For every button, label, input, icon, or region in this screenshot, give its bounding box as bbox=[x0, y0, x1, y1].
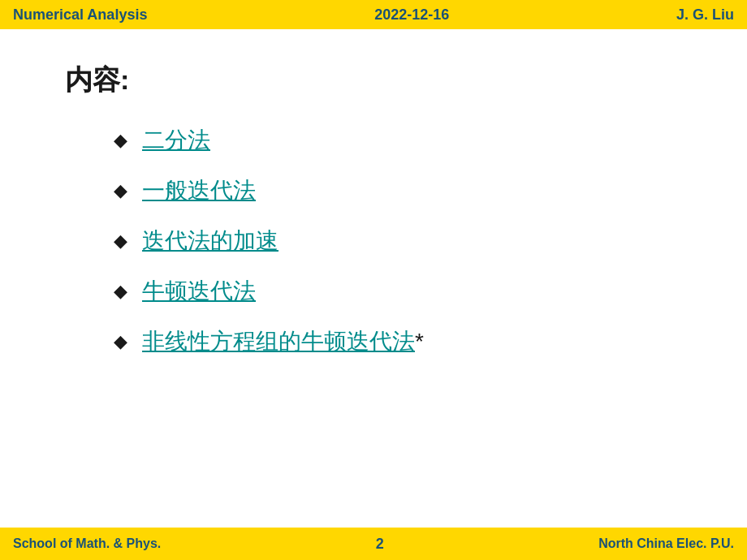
list-item: ◆ 迭代法的加速 bbox=[114, 226, 682, 256]
item-link-nonlinear-newton[interactable]: 非线性方程组的牛顿迭代法 bbox=[142, 326, 415, 357]
section-title: 内容: bbox=[65, 62, 682, 99]
footer-right: North China Elec. P.U. bbox=[598, 536, 734, 551]
list-item: ◆ 非线性方程组的牛顿迭代法* bbox=[114, 326, 682, 357]
bullet-icon: ◆ bbox=[114, 331, 127, 352]
item-link-acceleration[interactable]: 迭代法的加速 bbox=[142, 226, 279, 256]
main-content: 内容: ◆ 二分法 ◆ 一般迭代法 ◆ 迭代法的加速 ◆ 牛顿迭代法 ◆ 非线性… bbox=[0, 29, 747, 528]
list-item: ◆ 牛顿迭代法 bbox=[114, 276, 682, 307]
item-link-newton[interactable]: 牛顿迭代法 bbox=[142, 276, 256, 307]
bullet-icon: ◆ bbox=[114, 281, 127, 302]
bullet-icon: ◆ bbox=[114, 230, 127, 252]
header-author: J. G. Liu bbox=[676, 6, 734, 24]
footer-left: School of Math. & Phys. bbox=[13, 536, 161, 551]
footer-page-number: 2 bbox=[376, 536, 384, 553]
list-item: ◆ 二分法 bbox=[114, 125, 682, 156]
header-title: Numerical Analysis bbox=[13, 6, 147, 24]
items-list: ◆ 二分法 ◆ 一般迭代法 ◆ 迭代法的加速 ◆ 牛顿迭代法 ◆ 非线性方程组的… bbox=[65, 125, 682, 357]
bullet-icon: ◆ bbox=[114, 130, 127, 151]
bullet-icon: ◆ bbox=[114, 180, 127, 201]
list-item: ◆ 一般迭代法 bbox=[114, 175, 682, 206]
header-bar: Numerical Analysis 2022-12-16 J. G. Liu bbox=[0, 0, 747, 29]
header-date: 2022-12-16 bbox=[374, 6, 449, 24]
footer-bar: School of Math. & Phys. 2 North China El… bbox=[0, 528, 747, 560]
item-link-bisection[interactable]: 二分法 bbox=[142, 125, 210, 156]
item-suffix: * bbox=[415, 329, 424, 355]
item-link-general-iteration[interactable]: 一般迭代法 bbox=[142, 175, 256, 206]
